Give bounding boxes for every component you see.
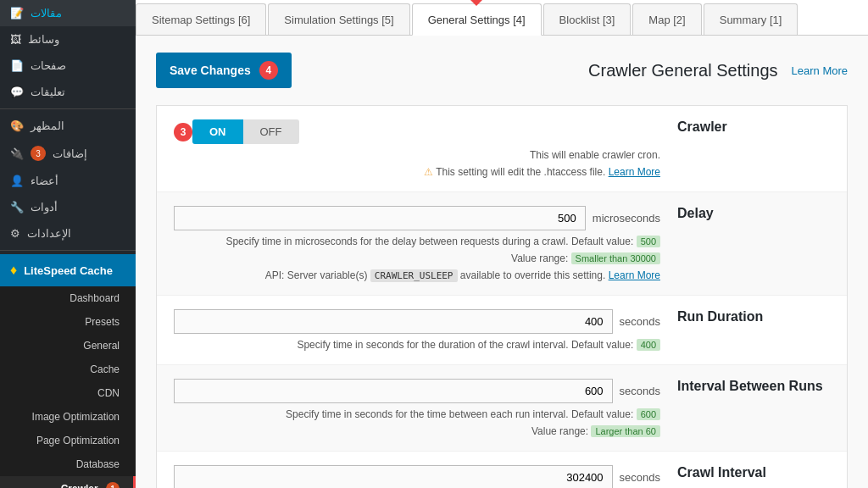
- page-header: Save Changes 4 Crawler General Settings …: [156, 53, 848, 88]
- interval-desc: Specify time in seconds for the time bet…: [174, 408, 660, 420]
- interval-input-group: seconds: [174, 379, 660, 403]
- sidebar-item-tools[interactable]: أدوات 🔧: [0, 194, 136, 220]
- run-duration-desc: Specify time in seconds for the duration…: [174, 339, 660, 351]
- comments-icon: 💬: [10, 86, 24, 98]
- lsc-item-crawler[interactable]: 1 Crawler: [0, 476, 136, 488]
- delay-range: Value range: Smaller than 30000: [174, 252, 660, 264]
- articles-label: مقالات: [31, 7, 62, 19]
- delay-api: API: Server variable(s) CRAWLER_USLEEP a…: [174, 269, 660, 281]
- plugins-label: إضافات: [53, 147, 87, 160]
- crawler-desc1: .This will enable crawler cron: [174, 149, 660, 161]
- lsc-diamond-icon: ♦: [10, 263, 17, 278]
- plugins-icon: 🔌: [10, 147, 24, 160]
- crawl-interval-left: seconds: [174, 465, 660, 488]
- lsc-item-cdn[interactable]: CDN: [0, 381, 136, 405]
- lsc-item-general[interactable]: General: [0, 334, 136, 358]
- media-label: وسائط: [28, 33, 59, 46]
- sidebar-item-comments[interactable]: تعليقات 💬: [0, 79, 136, 105]
- run-duration-input-group: seconds: [174, 309, 660, 334]
- sidebar-item-appearance[interactable]: المظهر 🎨: [0, 113, 136, 139]
- settings-label: الإعدادات: [27, 227, 71, 240]
- save-badge: 4: [259, 61, 278, 80]
- crawler-on-button[interactable]: ON: [192, 119, 243, 144]
- interval-input-wrap: [174, 379, 613, 403]
- tools-label: أدوات: [31, 201, 58, 214]
- interval-range: Value range: Larger than 60: [174, 425, 660, 437]
- save-label: Save Changes: [170, 64, 251, 77]
- tab-summary[interactable]: Summary [1]: [704, 3, 798, 35]
- run-duration-left: seconds Specify time in seconds for the …: [174, 309, 660, 351]
- sidebar-item-plugins[interactable]: إضافات 3 🔌: [0, 139, 136, 168]
- users-icon: 👤: [10, 175, 24, 187]
- content-area: Save Changes 4 Crawler General Settings …: [136, 36, 868, 488]
- warning-icon: ⚠: [424, 166, 433, 178]
- crawl-interval-unit: seconds: [620, 471, 660, 484]
- divider-1: [0, 108, 136, 109]
- crawl-interval-input-wrap: [174, 465, 613, 488]
- lsc-item-database[interactable]: Database: [0, 452, 136, 476]
- tab-simulation[interactable]: Simulation Settings [5]: [268, 3, 409, 35]
- pages-icon: 📄: [10, 59, 24, 72]
- lsc-item-image-opt[interactable]: Image Optimization: [0, 405, 136, 429]
- media-icon: 🖼: [10, 33, 21, 46]
- delay-code: CRAWLER_USLEEP: [370, 269, 458, 282]
- interval-row: seconds Specify time in seconds for the …: [157, 365, 847, 452]
- save-changes-button[interactable]: Save Changes 4: [156, 53, 292, 88]
- comments-label: تعليقات: [31, 86, 65, 98]
- pages-label: صفحات: [31, 59, 66, 72]
- lsc-header[interactable]: LiteSpeed Cache ♦: [0, 254, 136, 286]
- lsc-item-cache[interactable]: Cache: [0, 358, 136, 381]
- delay-desc: Specify time in microseconds for the del…: [174, 236, 660, 247]
- learn-more-link[interactable]: Learn More: [792, 64, 848, 77]
- delay-input[interactable]: [174, 206, 586, 230]
- sidebar: مقالات 📝 وسائط 🖼 صفحات 📄 تعليقات 💬 المظه…: [0, 0, 136, 488]
- interval-title: Interval Between Runs: [677, 379, 830, 394]
- delay-row: microseconds Specify time in microsecond…: [157, 192, 847, 296]
- tab-general[interactable]: General Settings [4]: [412, 3, 542, 36]
- main-area: Sitemap Settings [6] Simulation Settings…: [136, 0, 868, 488]
- run-duration-row: seconds Specify time in seconds for the …: [157, 296, 847, 365]
- tab-blocklist[interactable]: Blocklist [3]: [543, 3, 632, 35]
- lsc-item-dashboard[interactable]: Dashboard: [0, 286, 136, 310]
- interval-input[interactable]: [174, 379, 613, 403]
- interval-unit: seconds: [620, 385, 660, 397]
- delay-default: 500: [637, 236, 660, 247]
- interval-left: seconds Specify time in seconds for the …: [174, 379, 660, 437]
- delay-left: microseconds Specify time in microsecond…: [174, 206, 660, 281]
- crawler-left: 3 ON OFF .This will enable crawler cron …: [174, 119, 660, 178]
- delay-range-val: Smaller than 30000: [571, 252, 660, 264]
- sidebar-item-pages[interactable]: صفحات 📄: [0, 53, 136, 79]
- tab-sitemap[interactable]: Sitemap Settings [6]: [136, 3, 266, 35]
- page-title: Crawler General Settings: [588, 61, 777, 80]
- crawl-interval-input[interactable]: [174, 465, 613, 488]
- sidebar-item-media[interactable]: وسائط 🖼: [0, 26, 136, 53]
- toggle-badge: 3: [174, 123, 192, 141]
- articles-icon: 📝: [10, 7, 24, 19]
- lsc-item-presets[interactable]: Presets: [0, 310, 136, 334]
- crawler-toggle: 3 ON OFF: [174, 119, 660, 144]
- crawl-interval-input-group: seconds: [174, 465, 660, 488]
- sidebar-item-settings[interactable]: الإعدادات ⚙: [0, 220, 136, 247]
- lsc-item-page-opt[interactable]: Page Optimization: [0, 429, 136, 452]
- run-duration-title: Run Duration: [677, 309, 830, 324]
- run-duration-input[interactable]: [174, 309, 613, 334]
- tab-map[interactable]: Map [2]: [632, 3, 701, 35]
- appearance-label: المظهر: [31, 119, 64, 132]
- crawler-off-button[interactable]: OFF: [243, 119, 299, 144]
- page-title-area: Crawler General Settings Learn More: [588, 61, 848, 80]
- crawler-badge: 1: [106, 482, 120, 488]
- lsc-title: LiteSpeed Cache: [24, 264, 113, 277]
- run-duration-input-wrap: [174, 309, 613, 334]
- delay-learn-more[interactable]: Learn More: [609, 269, 660, 281]
- crawler-row: 3 ON OFF .This will enable crawler cron …: [157, 106, 847, 192]
- sidebar-item-articles[interactable]: مقالات 📝: [0, 0, 136, 26]
- delay-input-wrap: [174, 206, 586, 230]
- crawler-title: Crawler: [677, 119, 830, 135]
- settings-section: 3 ON OFF .This will enable crawler cron …: [156, 105, 848, 488]
- users-label: أعضاء: [31, 175, 58, 187]
- crawl-interval-row: seconds Crawl Interval: [157, 452, 847, 488]
- active-tab-indicator: [470, 0, 483, 4]
- sidebar-item-users[interactable]: أعضاء 👤: [0, 168, 136, 194]
- delay-title: Delay: [677, 206, 830, 221]
- crawler-learn-more[interactable]: Learn More: [609, 166, 660, 178]
